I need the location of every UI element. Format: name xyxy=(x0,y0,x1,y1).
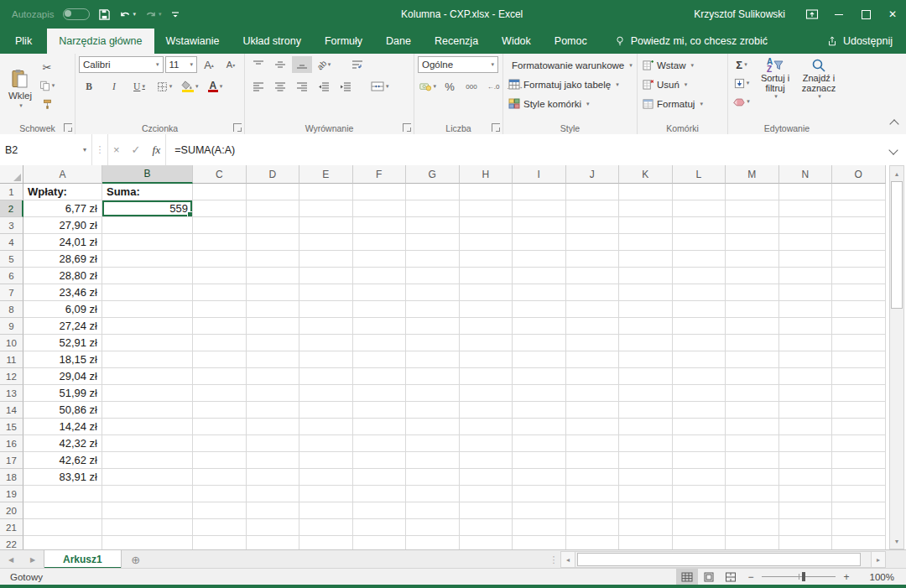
column-header-A[interactable]: A xyxy=(23,165,102,184)
autosum-button[interactable]: Σ xyxy=(732,56,752,73)
cell-F11[interactable] xyxy=(353,351,407,368)
cell-N17[interactable] xyxy=(779,452,833,469)
ribbon-tab-widok[interactable]: Widok xyxy=(490,29,543,54)
vertical-scrollbar[interactable]: ▴ ▾ xyxy=(889,165,904,549)
minimize-button[interactable] xyxy=(825,0,852,29)
zoom-level[interactable]: 100% xyxy=(856,572,906,582)
cell-C2[interactable] xyxy=(193,200,247,217)
cell-N10[interactable] xyxy=(779,335,833,351)
tab-plik[interactable]: Plik xyxy=(0,29,47,54)
user-name[interactable]: Krzysztof Sulikowski xyxy=(694,8,785,20)
cell-I18[interactable] xyxy=(513,469,566,486)
cell-J14[interactable] xyxy=(566,402,620,419)
cell-J17[interactable] xyxy=(566,452,620,469)
cell-F3[interactable] xyxy=(353,217,407,234)
cell-E12[interactable] xyxy=(299,368,353,385)
cell-I14[interactable] xyxy=(513,402,566,419)
cell-A3[interactable]: 27,90 zł xyxy=(23,217,102,234)
enter-icon[interactable]: ✓ xyxy=(132,143,141,156)
italic-button[interactable]: I xyxy=(104,78,124,95)
cell-F8[interactable] xyxy=(353,301,407,318)
cell-B13[interactable] xyxy=(102,385,193,402)
conditional-formatting-button[interactable]: Formatowanie warunkowe xyxy=(507,56,633,74)
cell-L14[interactable] xyxy=(673,402,726,419)
cell-I22[interactable] xyxy=(513,536,566,549)
formula-bar-splitter[interactable]: ⋮ xyxy=(92,134,108,165)
row-header-3[interactable]: 3 xyxy=(0,217,23,234)
cell-K9[interactable] xyxy=(619,318,673,335)
cell-E19[interactable] xyxy=(299,486,353,502)
cell-O18[interactable] xyxy=(832,469,886,486)
cell-M12[interactable] xyxy=(726,368,779,385)
cell-A19[interactable] xyxy=(23,486,102,502)
name-box[interactable]: B2 ▾ xyxy=(0,134,92,165)
cell-F4[interactable] xyxy=(353,234,407,251)
cell-G18[interactable] xyxy=(406,469,460,486)
cell-L11[interactable] xyxy=(673,351,726,368)
row-header-2[interactable]: 2 xyxy=(0,200,23,217)
cell-F17[interactable] xyxy=(353,452,407,469)
cell-G6[interactable] xyxy=(406,268,460,284)
align-left-button[interactable] xyxy=(248,78,268,95)
select-all-button[interactable] xyxy=(0,165,23,184)
cell-N18[interactable] xyxy=(779,469,833,486)
cell-A7[interactable]: 23,46 zł xyxy=(23,284,102,301)
column-header-B[interactable]: B xyxy=(102,165,193,184)
vscroll-thumb[interactable] xyxy=(891,181,903,309)
ribbon-tab-dane[interactable]: Dane xyxy=(374,29,423,54)
cell-C13[interactable] xyxy=(193,385,247,402)
column-header-C[interactable]: C xyxy=(193,165,247,184)
czcionka-dialog-launcher-icon[interactable] xyxy=(233,123,242,132)
cell-N7[interactable] xyxy=(779,284,833,301)
redo-button[interactable]: ▾ xyxy=(144,9,162,20)
cell-A20[interactable] xyxy=(23,502,102,519)
cell-C17[interactable] xyxy=(193,452,247,469)
cell-N11[interactable] xyxy=(779,351,833,368)
cell-G14[interactable] xyxy=(406,402,460,419)
cell-B5[interactable] xyxy=(102,251,193,268)
cell-H20[interactable] xyxy=(460,502,513,519)
cell-E16[interactable] xyxy=(299,435,353,452)
wyrownanie-dialog-launcher-icon[interactable] xyxy=(403,123,411,132)
cell-H9[interactable] xyxy=(460,318,513,335)
cell-B3[interactable] xyxy=(102,217,193,234)
cell-F2[interactable] xyxy=(353,200,407,217)
cell-O10[interactable] xyxy=(832,335,886,351)
cell-D12[interactable] xyxy=(247,368,300,385)
row-header-4[interactable]: 4 xyxy=(0,234,23,251)
cell-C18[interactable] xyxy=(193,469,247,486)
collapse-ribbon-icon[interactable] xyxy=(889,119,898,128)
row-header-11[interactable]: 11 xyxy=(0,351,23,368)
column-header-L[interactable]: L xyxy=(673,165,726,184)
cell-G12[interactable] xyxy=(406,368,460,385)
cell-L19[interactable] xyxy=(673,486,726,502)
cell-I10[interactable] xyxy=(513,335,566,351)
cell-K2[interactable] xyxy=(619,200,673,217)
cell-M6[interactable] xyxy=(726,268,779,284)
column-header-O[interactable]: O xyxy=(832,165,886,184)
view-normal-button[interactable] xyxy=(676,569,698,585)
cell-N6[interactable] xyxy=(779,268,833,284)
cell-B9[interactable] xyxy=(102,318,193,335)
cell-L1[interactable] xyxy=(673,184,726,200)
cell-M9[interactable] xyxy=(726,318,779,335)
cell-C8[interactable] xyxy=(193,301,247,318)
zoom-out-button[interactable]: − xyxy=(742,571,760,583)
cell-N2[interactable] xyxy=(779,200,833,217)
row-header-22[interactable]: 22 xyxy=(0,536,23,549)
cell-H14[interactable] xyxy=(460,402,513,419)
fill-button[interactable] xyxy=(732,75,752,91)
cell-K1[interactable] xyxy=(619,184,673,200)
cell-A16[interactable]: 42,32 zł xyxy=(23,435,102,452)
cell-F18[interactable] xyxy=(353,469,407,486)
cell-E18[interactable] xyxy=(299,469,353,486)
row-header-8[interactable]: 8 xyxy=(0,301,23,318)
cell-B21[interactable] xyxy=(102,519,193,536)
cell-K17[interactable] xyxy=(619,452,673,469)
increase-decimal-button[interactable]: ←.0 xyxy=(483,78,503,95)
cell-H22[interactable] xyxy=(460,536,513,549)
cell-B22[interactable] xyxy=(102,536,193,549)
cell-C5[interactable] xyxy=(193,251,247,268)
cell-C10[interactable] xyxy=(193,335,247,351)
cell-D15[interactable] xyxy=(247,419,300,435)
